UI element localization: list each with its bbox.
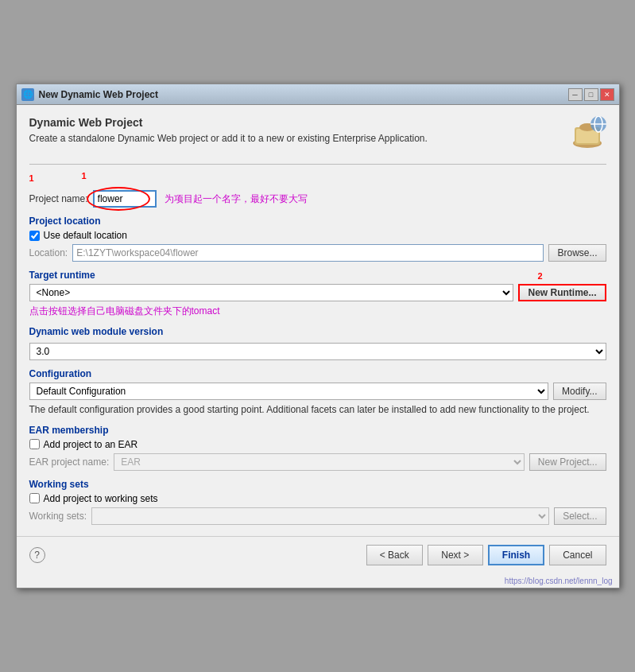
configuration-group: Configuration Default Configuration Modi… [29,368,606,417]
working-sets-group: Working sets Add project to working sets… [29,479,606,525]
target-runtime-title: Target runtime [29,270,606,281]
ear-membership-group: EAR membership Add project to an EAR EAR… [29,425,606,471]
watermark: https://blog.csdn.net/lennn_log [505,577,613,585]
maximize-button[interactable]: □ [584,88,598,101]
module-version-title: Dynamic web module version [29,326,164,337]
default-location-checkbox[interactable] [29,231,40,241]
configuration-description: The default configuration provides a goo… [29,403,606,417]
separator [29,164,606,165]
modify-button[interactable]: Modify... [553,383,606,400]
working-sets-label: Working sets: [29,511,87,522]
project-location-title: Project location [29,216,606,227]
help-icon[interactable]: ? [29,547,45,563]
working-sets-select [91,507,549,525]
runtime-chinese-text: 点击按钮选择自己电脑磁盘文件夹下的tomact [29,305,220,317]
bottom-area: ? < Back Next > Finish Cancel https://bl… [17,536,619,588]
finish-button[interactable]: Finish [488,545,544,565]
ear-project-label: EAR project name: [29,456,110,468]
project-name-row: Project name: 1 为项目起一个名字，最好不要大写 [29,190,606,208]
annotation-2: 2 [537,271,542,281]
target-runtime-group: Target runtime 2 <None> New Runtime... 点… [29,270,606,318]
location-input[interactable] [72,244,544,262]
default-location-label[interactable]: Use default location [44,230,127,241]
titlebar: 🌐 New Dynamic Web Project ─ □ ✕ [17,84,619,105]
annotation-number-1: 1 [82,171,87,181]
header-text: Dynamic Web Project Create a standalone … [29,116,428,146]
bottom-bar: ? < Back Next > Finish Cancel [17,536,619,573]
minimize-button[interactable]: ─ [568,88,583,101]
configuration-select[interactable]: Default Configuration [29,383,549,400]
module-version-select[interactable]: 3.0 [29,343,606,360]
ear-checkbox[interactable] [29,439,40,449]
titlebar-buttons: ─ □ ✕ [568,88,614,101]
configuration-title: Configuration [29,368,606,379]
project-name-label: Project name: [29,193,88,204]
working-sets-row: Working sets: Select... [29,507,606,525]
runtime-row: 2 <None> New Runtime... [29,284,606,301]
header-icon [568,116,606,154]
working-sets-checkbox-row: Add project to working sets [29,493,606,504]
ear-checkbox-row: Add project to an EAR [29,439,606,450]
project-location-group: Project location Use default location Lo… [29,216,606,262]
window-title: New Dynamic Web Project [39,89,568,100]
dialog-title: Dynamic Web Project [29,116,428,129]
working-sets-title: Working sets [29,479,606,490]
default-location-row: Use default location [29,230,606,241]
back-button[interactable]: < Back [366,545,423,565]
runtime-select[interactable]: <None> [29,284,514,301]
new-runtime-button[interactable]: New Runtime... [518,284,606,301]
window-icon: 🌐 [21,88,34,101]
module-version-group: Dynamic web module version 3.0 [29,326,606,360]
config-row: Default Configuration Modify... [29,383,606,400]
location-label: Location: [29,247,68,258]
header-section: Dynamic Web Project Create a standalone … [29,116,606,154]
close-button[interactable]: ✕ [600,88,614,101]
ear-checkbox-label[interactable]: Add project to an EAR [44,439,138,450]
working-sets-checkbox-label[interactable]: Add project to working sets [44,493,158,504]
annotation-1: 1 [29,173,34,183]
ear-membership-title: EAR membership [29,425,606,436]
cancel-button[interactable]: Cancel [549,545,606,565]
new-project-button[interactable]: New Project... [529,453,606,471]
select-button[interactable]: Select... [554,507,606,525]
ear-project-select: EAR [114,453,525,471]
project-name-input[interactable] [93,190,157,208]
next-button[interactable]: Next > [428,545,483,565]
working-sets-checkbox[interactable] [29,493,40,503]
runtime-annotation-chinese: 点击按钮选择自己电脑磁盘文件夹下的tomact [29,305,606,318]
dialog-description: Create a standalone Dynamic Web project … [29,132,428,146]
project-name-annotation: 为项目起一个名字，最好不要大写 [165,192,308,206]
ear-project-row: EAR project name: EAR New Project... [29,453,606,471]
browse-button[interactable]: Browse... [548,244,606,262]
location-row: Location: Browse... [29,244,606,262]
